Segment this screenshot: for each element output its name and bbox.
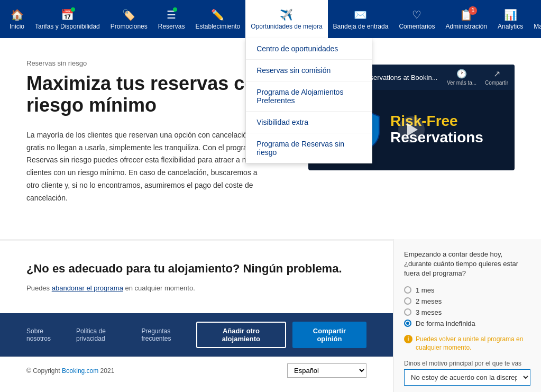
info-note: i Puedes volver a unirte al programa en … [404,335,530,353]
radio-1-month[interactable] [404,286,411,294]
dropdown-item-preferentes[interactable]: Programa de Alojamientos Preferentes [246,81,372,112]
dropdown-item-visibilidad[interactable]: Visibilidad extra [246,112,372,133]
opportunities-icon: ✈️ [280,8,293,21]
abandon-program-link[interactable]: abandonar el programa [52,284,123,292]
bottom-section: ¿No es adecuado para tu alojamiento? Nin… [0,239,541,392]
reason-select[interactable]: No estoy de acuerdo con la discrepancia … [404,369,530,386]
option-1-month[interactable]: 1 mes [404,286,530,294]
opt-out-text: Puedes abandonar el programa en cualquie… [26,284,366,292]
tag-icon: 🏷️ [122,8,135,21]
dropdown-item-sin-riesgo[interactable]: Programa de Reservas sin riesgo [246,133,372,163]
admin-badge: 1 [469,6,477,15]
share-icon: ↗ [493,69,500,79]
inbox-icon: ✉️ [354,8,367,21]
duration-options: 1 mes 2 meses 3 meses De forma indefinid… [404,286,530,327]
footer-links: Sobre nosotros Política de privacidad Pr… [26,327,196,342]
analytics-icon: 📊 [504,8,517,21]
nav-item-analytics[interactable]: 📊 Analytics [492,0,528,38]
opt-out-title: ¿No es adecuado para tu alojamiento? Nin… [26,262,366,276]
share-opinion-button[interactable]: Compartir opinión [292,322,366,348]
video-actions: 🕐 Ver más ta... ↗ Compartir [447,69,508,86]
nav-item-tarifas[interactable]: 📅 Tarifas y Disponibilidad [30,0,105,38]
radio-indefinite[interactable] [404,320,411,327]
nav-item-oportunidades[interactable]: ✈️ Oportunidades de mejora [245,0,327,38]
nav-item-comentarios[interactable]: ♡ Comentarios [393,0,440,38]
footer-about[interactable]: Sobre nosotros [26,327,66,342]
footer-bar: Sobre nosotros Política de privacidad Pr… [0,313,393,357]
panel-question: Empezando a contar desde hoy, ¿durante c… [404,250,530,279]
home-icon: 🏠 [11,8,24,21]
nav-item-bandeja[interactable]: ✉️ Bandeja de entrada [328,0,394,38]
clock-icon: 🕐 [456,69,467,79]
notification-dot [71,7,75,12]
footer-buttons: Añadir otro alojamiento Compartir opinió… [196,322,366,348]
opportunities-dropdown: Centro de oportunidades Reservas sin com… [245,38,372,163]
nav-item-promociones[interactable]: 🏷️ Promociones [105,0,153,38]
option-indefinite[interactable]: De forma indefinida [404,320,530,327]
video-share[interactable]: ↗ Compartir [485,69,508,86]
copyright-text: © Copyright Booking.com 2021 [26,367,114,375]
watch-later-label: Ver más ta... [447,80,476,86]
add-property-button[interactable]: Añadir otro alojamiento [196,322,286,348]
heart-icon: ♡ [412,8,421,21]
nav-item-reservas[interactable]: ☰ Reservas [153,0,190,38]
option-3-months[interactable]: 3 meses [404,308,530,316]
admin-icon: 📋 1 [460,8,473,21]
language-selector[interactable]: Español English Français Deutsch [287,363,366,378]
opt-out-content: ¿No es adecuado para tu alojamiento? Nin… [0,241,393,313]
share-label: Compartir [485,80,508,86]
nav-item-marketplace[interactable]: 🏪 Marketplace [528,0,541,38]
copyright-bar: © Copyright Booking.com 2021 Español Eng… [0,357,393,384]
radio-2-months[interactable] [404,297,411,305]
play-icon [407,123,418,136]
right-panel: Empezando a contar desde hoy, ¿durante c… [393,239,541,392]
notification-dot [173,7,177,12]
nav-item-establecimiento[interactable]: ✏️ Establecimiento [190,0,245,38]
edit-icon: ✏️ [211,8,224,21]
navigation: 🏠 Inicio 📅 Tarifas y Disponibilidad 🏷️ P… [0,0,541,38]
radio-3-months[interactable] [404,308,411,316]
reason-label: Dinos el motivo principal por el que te … [404,360,530,367]
info-icon: i [404,335,412,343]
calendar-icon: 📅 [61,8,74,21]
list-icon: ☰ [167,8,176,21]
footer-faq[interactable]: Preguntas frecuentes [141,327,196,342]
footer-privacy[interactable]: Política de privacidad [76,327,131,342]
booking-brand-link[interactable]: Booking.com [62,367,98,375]
dropdown-item-reservas-comision[interactable]: Reservas sin comisión [246,60,372,81]
nav-item-inicio[interactable]: 🏠 Inicio [4,0,30,38]
option-2-months[interactable]: 2 meses [404,297,530,305]
play-button[interactable] [398,116,425,143]
video-watch-later[interactable]: 🕐 Ver más ta... [447,69,476,86]
dropdown-item-centro[interactable]: Centro de oportunidades [246,38,372,60]
nav-item-administracion[interactable]: 📋 1 Administración [440,0,492,38]
hero-description: La mayoría de los clientes que reservan … [26,129,270,205]
opt-out-panel: ¿No es adecuado para tu alojamiento? Nin… [0,239,393,392]
